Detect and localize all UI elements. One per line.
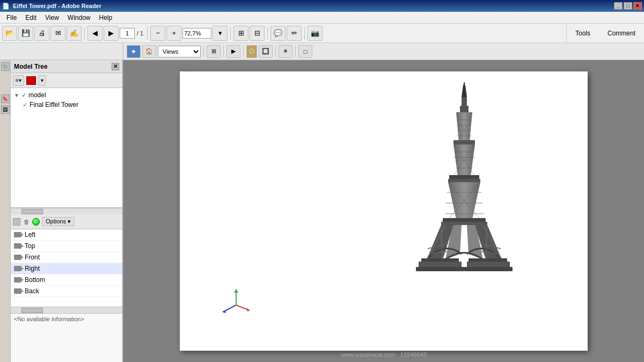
tree-expand-icon: ▼ — [14, 92, 19, 98]
sidebar: Model Tree ✕ ≡▾ ▾ ▼ ✓ model ✓ — [11, 60, 123, 362]
3d-sep-1 — [203, 46, 204, 57]
3d-sep-4 — [275, 46, 276, 57]
3d-render-btn[interactable]: 🔲 — [259, 45, 273, 58]
zoom-in-button[interactable]: + — [166, 26, 181, 41]
views-add-btn[interactable] — [32, 218, 40, 226]
tree-view-btn[interactable]: ≡▾ — [13, 75, 24, 86]
model-tree-section: ▼ ✓ model ✓ Final Eiffel Tower — [11, 88, 122, 208]
title-bar-left: 📄 Eiffel Tower.pdf - Adobe Reader — [2, 3, 101, 10]
home-button[interactable]: 🏠 — [142, 45, 156, 58]
view-item-left[interactable]: Left — [11, 229, 122, 241]
3d-sep-5 — [295, 46, 296, 57]
view-label-top: Top — [25, 242, 35, 250]
svg-rect-42 — [464, 267, 513, 271]
left-panel-icons: 📎 🔖 🖼 — [0, 60, 11, 362]
sign-button[interactable]: ✍ — [67, 26, 82, 41]
view-item-right[interactable]: Right — [11, 263, 122, 274]
fit-width-button[interactable]: ⊟ — [250, 26, 265, 41]
eiffel-tower-svg — [384, 82, 545, 318]
tools-comment-area: Tools Comment — [566, 24, 644, 43]
toolbar-sep-1 — [84, 27, 85, 40]
maximize-button[interactable]: □ — [624, 2, 632, 10]
comment-button[interactable]: 💬 — [270, 26, 286, 41]
views-options-label: Options ▾ — [46, 218, 71, 225]
title-bar: 📄 Eiffel Tower.pdf - Adobe Reader _ □ ✕ — [0, 0, 644, 12]
menu-view[interactable]: View — [41, 13, 63, 23]
view-label-bottom: Bottom — [25, 276, 45, 284]
3d-bg-btn[interactable]: □ — [298, 45, 312, 58]
svg-marker-54 — [234, 289, 238, 293]
tree-toolbar: ≡▾ ▾ — [11, 73, 122, 88]
toolbar-sep-2 — [147, 27, 148, 40]
menu-file[interactable]: File — [2, 13, 21, 23]
view-label-right: Right — [25, 265, 40, 272]
page-number-input[interactable] — [120, 28, 135, 39]
svg-rect-11 — [453, 140, 475, 144]
tree-child-item[interactable]: ✓ Final Eiffel Tower — [21, 100, 120, 110]
main-canvas[interactable]: www.sucaisucai.com 11946049 — [123, 60, 644, 362]
view-item-back[interactable]: Back — [11, 286, 122, 297]
3d-light-btn[interactable]: ☀ — [279, 45, 292, 58]
prev-page-button[interactable]: ◀ — [87, 26, 103, 41]
color-picker[interactable] — [26, 76, 36, 85]
svg-marker-1 — [462, 85, 467, 97]
tree-model-label: model — [28, 91, 46, 99]
left-icon-3[interactable]: 🖼 — [1, 105, 10, 114]
app-icon: 📄 — [2, 3, 10, 10]
tree-color-dropdown[interactable]: ▾ — [38, 75, 46, 86]
views-options-btn[interactable]: Options ▾ — [42, 217, 75, 226]
next-page-button[interactable]: ▶ — [104, 26, 119, 41]
window-controls: _ □ ✕ — [614, 2, 642, 10]
minimize-button[interactable]: _ — [614, 2, 623, 10]
svg-rect-2 — [462, 97, 467, 107]
tree-h-scrollbar[interactable] — [11, 208, 122, 214]
views-h-scrollbar[interactable] — [11, 307, 122, 313]
save-button[interactable]: 💾 — [18, 26, 33, 41]
play-button[interactable]: ▶ — [226, 45, 240, 58]
fit-page-button[interactable]: ⊞ — [233, 26, 248, 41]
close-button[interactable]: ✕ — [633, 2, 642, 10]
views-section: 🗑 Options ▾ Left Top — [11, 214, 122, 314]
zoom-dropdown-button[interactable]: ▾ — [213, 26, 228, 41]
views-trash-btn[interactable]: 🗑 — [23, 218, 30, 226]
tree-child-label: Final Eiffel Tower — [30, 101, 78, 108]
menu-edit[interactable]: Edit — [21, 13, 41, 23]
left-icon-2[interactable]: 🔖 — [1, 95, 10, 103]
view-item-bottom[interactable]: Bottom — [11, 274, 122, 286]
markup-button[interactable]: ✏ — [287, 26, 302, 41]
views-dropdown[interactable]: ViewsLeftTopFrontRightBottomBack — [158, 46, 201, 57]
sidebar-close-button[interactable]: ✕ — [112, 63, 119, 70]
sidebar-header: Model Tree ✕ — [11, 60, 122, 73]
sidebar-toolbar-spacer — [0, 43, 123, 60]
view-label-back: Back — [25, 287, 39, 295]
tree-child-check: ✓ — [23, 102, 27, 108]
rotate-button[interactable]: ✦ — [127, 45, 141, 58]
model-tree-toggle[interactable]: ⊞ — [207, 45, 221, 58]
tools-button[interactable]: Tools — [567, 24, 599, 42]
main-toolbar: 📂 💾 🖨 ✉ ✍ ◀ ▶ / 1 − + ▾ ⊞ ⊟ 💬 ✏ 📷 Tools … — [0, 24, 644, 43]
view-item-top[interactable]: Top — [11, 241, 122, 252]
toolbar-3d-row: ✦ 🏠 ViewsLeftTopFrontRightBottomBack ⊞ ▶… — [0, 43, 644, 60]
open-button[interactable]: 📂 — [2, 26, 17, 41]
comment-tab-button[interactable]: Comment — [599, 24, 644, 42]
views-list: Left Top Front Right — [11, 229, 122, 307]
3d-object-btn[interactable]: ⬡ — [246, 45, 257, 58]
email-button[interactable]: ✉ — [50, 26, 65, 41]
zoom-input[interactable] — [182, 28, 211, 39]
left-icon-1[interactable]: 📎 — [1, 62, 10, 71]
svg-rect-3 — [460, 106, 469, 112]
views-toolbar: 🗑 Options ▾ — [11, 214, 122, 229]
page-total: / 1 — [136, 30, 144, 37]
view-item-front[interactable]: Front — [11, 252, 122, 263]
print-button[interactable]: 🖨 — [34, 26, 49, 41]
zoom-out-button[interactable]: − — [150, 26, 165, 41]
tree-model-item[interactable]: ▼ ✓ model — [13, 90, 120, 100]
views-img-btn[interactable] — [13, 218, 20, 226]
tree-h-scrollbar-thumb[interactable] — [21, 209, 43, 214]
views-h-scrollbar-thumb[interactable] — [21, 308, 43, 313]
snapshot-button[interactable]: 📷 — [308, 26, 323, 41]
menu-help[interactable]: Help — [95, 13, 117, 23]
toolbar-sep-3 — [230, 27, 231, 40]
menu-window[interactable]: Window — [63, 13, 95, 23]
cam-icon-front — [14, 255, 21, 260]
